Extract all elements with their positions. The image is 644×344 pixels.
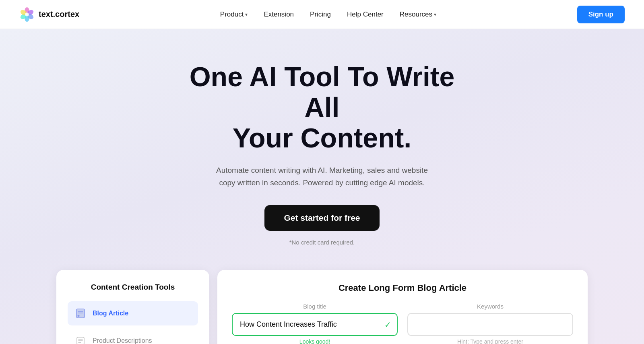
blog-title-label: Blog title <box>232 303 398 310</box>
get-started-button[interactable]: Get started for free <box>264 205 379 231</box>
logo-icon <box>19 7 35 22</box>
logo[interactable]: text.cortex <box>19 7 79 22</box>
hero-heading: One AI Tool To Write All Your Content. <box>181 61 463 153</box>
nav-resources[interactable]: Resources ▾ <box>400 10 436 19</box>
nav-help-center[interactable]: Help Center <box>347 10 384 19</box>
nav-product[interactable]: Product ▾ <box>220 10 248 19</box>
nav-links: Product ▾ Extension Pricing Help Center … <box>220 10 436 19</box>
blog-article-icon <box>74 307 87 320</box>
blog-title-input[interactable] <box>232 313 398 336</box>
no-credit-card-text: *No credit card required. <box>19 239 625 246</box>
left-card-title: Content Creation Tools <box>68 283 198 292</box>
keywords-input[interactable] <box>407 313 573 336</box>
hero-subtext: Automate content writing with AI. Market… <box>209 164 435 189</box>
hero-section: One AI Tool To Write All Your Content. A… <box>0 29 644 344</box>
product-descriptions-icon <box>74 334 87 344</box>
product-descriptions-label: Product Descriptions <box>93 337 152 344</box>
blog-article-label: Blog Article <box>93 310 128 317</box>
signup-button[interactable]: Sign up <box>577 6 625 23</box>
blog-title-group: Blog title ✓ Looks good! <box>232 303 398 344</box>
looks-good-text: Looks good! <box>232 338 398 344</box>
check-icon: ✓ <box>384 320 391 329</box>
chevron-down-icon: ▾ <box>245 12 248 17</box>
svg-point-8 <box>78 315 80 317</box>
logo-text: text.cortex <box>39 10 79 19</box>
keywords-group: Keywords Hint: Type and press enter <box>407 303 573 344</box>
tool-blog-article[interactable]: Blog Article <box>68 301 198 325</box>
navbar: text.cortex Product ▾ Extension Pricing … <box>0 0 644 29</box>
create-blog-article-card: Create Long Form Blog Article Blog title… <box>217 270 588 344</box>
form-row: Blog title ✓ Looks good! Keywords Hint: … <box>232 303 573 344</box>
keywords-hint: Hint: Type and press enter <box>407 338 573 344</box>
right-card-title: Create Long Form Blog Article <box>232 283 573 293</box>
svg-point-6 <box>25 12 29 17</box>
svg-rect-7 <box>76 309 85 318</box>
keywords-input-wrap <box>407 313 573 336</box>
keywords-label: Keywords <box>407 303 573 310</box>
nav-pricing[interactable]: Pricing <box>310 10 331 19</box>
tool-product-descriptions[interactable]: Product Descriptions <box>68 329 198 344</box>
blog-title-input-wrap: ✓ <box>232 313 398 336</box>
cards-row: Content Creation Tools Blog Article <box>19 270 625 344</box>
nav-extension[interactable]: Extension <box>264 10 294 19</box>
chevron-down-icon-2: ▾ <box>434 12 436 17</box>
content-creation-tools-card: Content Creation Tools Blog Article <box>56 270 209 344</box>
